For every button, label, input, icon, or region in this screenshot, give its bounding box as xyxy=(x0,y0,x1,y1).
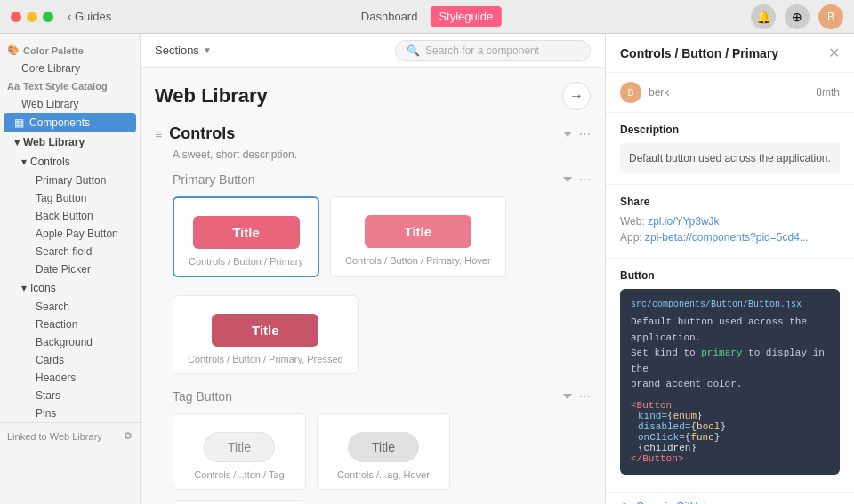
chevron-left-icon: ‹ xyxy=(68,11,71,23)
search-box[interactable]: 🔍 Search for a component xyxy=(395,40,591,61)
time-ago: 8mth xyxy=(816,86,840,99)
component-card-primary-default[interactable]: Title Controls / Button / Primary xyxy=(173,196,319,277)
sidebar-child-tag-button[interactable]: Tag Button xyxy=(14,189,140,207)
titlebar-right: 🔔 ⊕ B xyxy=(751,4,843,29)
drag-icon: ≡ xyxy=(155,127,162,141)
sidebar-child-apple-pay[interactable]: Apple Pay Button xyxy=(14,225,140,243)
web-library-title: Web Library xyxy=(155,84,268,108)
tag-button-default[interactable]: Title xyxy=(204,432,275,462)
component-card-tag-selected[interactable]: Title Controls /.... Selected xyxy=(173,500,306,504)
component-label-primary-default: Controls / Button / Primary xyxy=(189,256,303,267)
sidebar-child-cards[interactable]: Cards xyxy=(14,351,140,369)
primary-button-hover[interactable]: Title xyxy=(365,215,471,248)
controls-section: ≡ Controls ··· A sweet, short descriptio… xyxy=(155,124,591,504)
tag-button-grid: Title Controls /...tton / Tag Title Cont… xyxy=(173,413,591,504)
component-label-primary-pressed: Controls / Button / Primary, Pressed xyxy=(188,354,343,364)
tab-styleguide[interactable]: Styleguide xyxy=(430,6,502,27)
share-app-link[interactable]: zpl-beta://components?pid=5cd4... xyxy=(645,231,809,244)
sidebar: 🎨 Color Palette Core Library Aa Text Sty… xyxy=(0,34,141,504)
code-box: src/components/Button/Button.jsx Default… xyxy=(620,289,840,475)
link-github-label: Open in GitHub xyxy=(636,500,710,504)
tag-button-subsection: Tag Button ··· Title Controls /...tton /… xyxy=(173,388,591,504)
close-traffic-light[interactable] xyxy=(11,12,21,22)
sidebar-child-background[interactable]: Background xyxy=(14,333,140,351)
minimize-traffic-light[interactable] xyxy=(27,12,37,22)
sidebar-child-pins[interactable]: Pins xyxy=(14,404,140,422)
component-card-primary-pressed[interactable]: Title Controls / Button / Primary, Press… xyxy=(173,295,359,374)
description-label: Description xyxy=(620,124,840,136)
guides-button[interactable]: ‹ Guides xyxy=(68,10,111,23)
content-area: Sections ▼ 🔍 Search for a component Web … xyxy=(141,34,605,504)
code-keyword: primary xyxy=(701,348,742,358)
close-panel-button[interactable]: ✕ xyxy=(828,44,840,61)
titlebar: ‹ Guides Dashboard Styleguide 🔔 ⊕ B xyxy=(0,0,854,34)
author-name: berk xyxy=(649,86,669,99)
sidebar-child-search[interactable]: Search xyxy=(14,298,140,316)
subsection-actions: ··· xyxy=(563,172,591,188)
tag-subsection-actions: ··· xyxy=(563,388,591,404)
titlebar-nav: Dashboard Styleguide xyxy=(352,6,502,27)
description-text: Default button used across the applicati… xyxy=(620,143,840,173)
primary-button-default[interactable]: Title xyxy=(193,216,300,249)
component-card-tag-default[interactable]: Title Controls /...tton / Tag xyxy=(173,413,306,490)
sidebar-icons[interactable]: ▾ Icons xyxy=(14,278,140,298)
sidebar-child-date-picker[interactable]: Date Picker xyxy=(14,260,140,278)
share-web-link[interactable]: zpl.io/YYp3wJk xyxy=(648,215,719,228)
help-icon[interactable]: ⊕ xyxy=(785,4,810,29)
expand-icon-controls: ▾ xyxy=(21,156,27,168)
content-body: Web Library → ≡ Controls ··· A sweet, sh… xyxy=(141,68,605,504)
sidebar-child-core-library-1[interactable]: Core Library xyxy=(0,60,140,77)
description-section: Description Default button used across t… xyxy=(606,113,854,185)
avatar[interactable]: B xyxy=(818,4,843,29)
sections-label: Sections xyxy=(155,44,199,57)
main-layout: 🎨 Color Palette Core Library Aa Text Sty… xyxy=(0,34,854,504)
panel-meta: B berk 8mth xyxy=(606,73,854,113)
component-card-primary-hover[interactable]: Title Controls / Button / Primary, Hover xyxy=(330,196,506,277)
nav-tabs: Dashboard Styleguide xyxy=(352,6,502,27)
sidebar-child-headers[interactable]: Headers xyxy=(14,369,140,387)
fullscreen-traffic-light[interactable] xyxy=(43,12,53,22)
sidebar-child-reaction[interactable]: Reaction xyxy=(14,316,140,333)
component-card-tag-hover[interactable]: Title Controls /...ag, Hover xyxy=(317,413,450,490)
settings-icon[interactable]: ⚙ xyxy=(124,430,133,442)
collapse-icon[interactable] xyxy=(563,132,572,137)
sidebar-child-primary-button[interactable]: Primary Button xyxy=(14,172,140,189)
section-actions: ··· xyxy=(563,126,591,142)
sidebar-item-text-catalog[interactable]: Aa Text Style Catalog xyxy=(0,77,140,95)
sidebar-item-components[interactable]: ▦ Components xyxy=(4,113,136,132)
components-icon: ▦ xyxy=(14,116,24,129)
share-label: Share xyxy=(620,196,840,208)
chevron-down-icon: ▼ xyxy=(203,45,212,55)
primary-button-header: Primary Button ··· xyxy=(173,172,591,188)
code-filename: src/components/Button/Button.jsx xyxy=(631,300,829,309)
sidebar-web-library-group: ▾ Web Library ▾ Controls Primary Button … xyxy=(0,132,140,422)
sidebar-child-web-library-text[interactable]: Web Library xyxy=(0,95,140,113)
sections-button[interactable]: Sections ▼ xyxy=(155,44,212,57)
bell-icon[interactable]: 🔔 xyxy=(751,4,776,29)
code-description: Default button used across the applicati… xyxy=(631,315,829,393)
tag-button-hover[interactable]: Title xyxy=(348,432,419,462)
more-subsection-icon[interactable]: ··· xyxy=(579,172,591,188)
collapse-tag-icon[interactable] xyxy=(563,394,572,399)
more-options-icon[interactable]: ··· xyxy=(579,126,591,142)
sidebar-controls-group: ▾ Controls Primary Button Tag Button Bac… xyxy=(7,152,140,422)
right-panel: Controls / Button / Primary ✕ B berk 8mt… xyxy=(605,34,854,504)
tab-dashboard[interactable]: Dashboard xyxy=(352,6,427,27)
primary-button-subsection: Primary Button ··· Title Controls / Butt… xyxy=(173,172,591,374)
sidebar-child-search-field[interactable]: Search field xyxy=(14,243,140,260)
sidebar-item-color-palette[interactable]: 🎨 Color Palette xyxy=(0,41,140,60)
github-icon: ⊙ xyxy=(620,500,629,504)
sidebar-bottom: Linked to Web Library ⚙ xyxy=(0,422,140,449)
sidebar-controls[interactable]: ▾ Controls xyxy=(14,152,140,172)
expand-icon-icons: ▾ xyxy=(21,282,27,294)
collapse-subsection-icon[interactable] xyxy=(563,177,572,182)
component-label-tag-default: Controls /...tton / Tag xyxy=(194,469,284,480)
sidebar-group-web-library[interactable]: ▾ Web Library xyxy=(7,132,140,152)
sidebar-child-stars[interactable]: Stars xyxy=(14,387,140,404)
sidebar-child-back-button[interactable]: Back Button xyxy=(14,207,140,225)
more-tag-icon[interactable]: ··· xyxy=(579,388,591,404)
link-github[interactable]: ⊙ Open in GitHub xyxy=(606,493,854,504)
navigate-button[interactable]: → xyxy=(562,82,591,110)
primary-button-pressed[interactable]: Title xyxy=(212,314,318,347)
code-section: Button src/components/Button/Button.jsx … xyxy=(606,259,854,493)
